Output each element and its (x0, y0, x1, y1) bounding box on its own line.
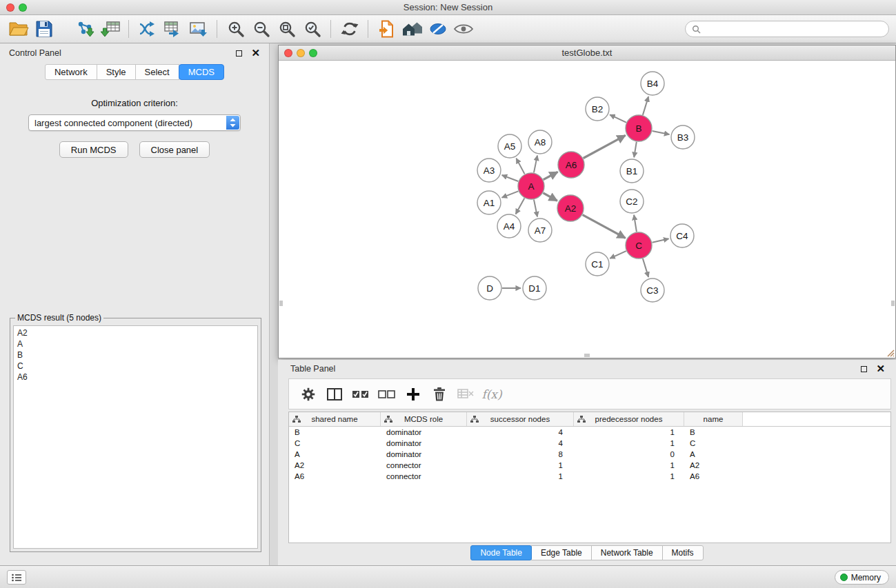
graph-edge[interactable] (653, 239, 669, 242)
network-minimize-button[interactable] (297, 49, 305, 57)
zoom-window-button[interactable] (19, 3, 27, 12)
table-row[interactable]: Adominator80A (289, 449, 890, 460)
column-header-shared-name[interactable]: shared name (289, 412, 381, 426)
network-graph[interactable]: B4B2BB3A5A8A6A3B1AC2A1A2A4A7C4CC1DD1C3 (279, 61, 894, 356)
export-table-button[interactable] (160, 17, 186, 41)
column-header-successor-nodes[interactable]: successor nodes (467, 412, 574, 426)
graph-node-A5[interactable]: A5 (498, 134, 521, 158)
graph-node-D1[interactable]: D1 (523, 276, 546, 300)
graph-node-A3[interactable]: A3 (477, 159, 501, 182)
graph-edge[interactable] (544, 172, 558, 179)
graph-node-A8[interactable]: A8 (528, 130, 552, 154)
graph-edge[interactable] (502, 175, 519, 181)
graph-edge[interactable] (610, 114, 626, 122)
network-canvas[interactable]: B4B2BB3A5A8A6A3B1AC2A1A2A4A7C4CC1DD1C3 (279, 61, 895, 358)
float-panel-icon[interactable] (236, 50, 242, 57)
graph-edge[interactable] (583, 215, 626, 239)
graph-node-A6[interactable]: A6 (558, 152, 584, 178)
column-header-mcds-role[interactable]: MCDS role (381, 412, 467, 426)
zoom-fit-button[interactable] (274, 17, 299, 41)
close-panel-button[interactable]: Close panel (139, 141, 210, 158)
right-scroll-mark[interactable] (891, 301, 895, 306)
export-network-button[interactable] (135, 17, 160, 41)
column-header-name[interactable]: name (684, 412, 743, 426)
graph-node-B4[interactable]: B4 (641, 72, 664, 95)
search-box[interactable] (685, 21, 889, 37)
refresh-view-button[interactable] (337, 17, 362, 41)
unselect-all-columns-button[interactable] (374, 381, 400, 407)
graph-node-A4[interactable]: A4 (497, 214, 521, 238)
graph-node-D[interactable]: D (478, 276, 501, 300)
network-window-titlebar[interactable]: testGlobe.txt (279, 45, 895, 61)
graph-node-A1[interactable]: A1 (477, 191, 501, 214)
graph-node-C4[interactable]: C4 (670, 224, 694, 247)
result-item[interactable]: A2 (17, 327, 254, 338)
graph-edge[interactable] (610, 251, 626, 258)
create-column-button[interactable] (400, 381, 426, 407)
show-columns-button[interactable] (321, 381, 348, 407)
zoom-in-button[interactable] (223, 17, 248, 41)
result-item[interactable]: C (17, 361, 254, 372)
table-settings-button[interactable] (295, 381, 321, 407)
bottom-scroll-mark[interactable] (584, 354, 590, 357)
delete-table-button[interactable] (452, 381, 479, 407)
tab-edge-table[interactable]: Edge Table (531, 545, 592, 560)
result-item[interactable]: B (17, 349, 254, 361)
mcds-result-list[interactable]: A2ABCA6 (13, 325, 258, 549)
graph-node-C1[interactable]: C1 (586, 252, 609, 276)
left-scroll-mark[interactable] (279, 301, 283, 306)
table-row[interactable]: Cdominator41C (289, 438, 890, 449)
graph-node-A[interactable]: A (518, 173, 544, 199)
zoom-out-button[interactable] (248, 17, 274, 41)
graph-node-C3[interactable]: C3 (641, 278, 664, 302)
graph-node-C[interactable]: C (626, 232, 652, 258)
tab-motifs[interactable]: Motifs (662, 545, 704, 560)
graph-edge[interactable] (653, 131, 670, 134)
zoom-selected-button[interactable] (299, 17, 325, 41)
graph-edge[interactable] (634, 215, 637, 232)
import-network-button[interactable] (72, 17, 97, 41)
table-row[interactable]: A6connector11A6 (289, 471, 890, 482)
function-builder-button[interactable]: f(x) (479, 381, 505, 407)
graphics-details-button[interactable] (425, 17, 450, 41)
graph-edge[interactable] (516, 199, 525, 214)
graph-node-A7[interactable]: A7 (528, 219, 552, 242)
import-table-button[interactable] (97, 17, 123, 41)
resize-grip-icon[interactable] (885, 347, 895, 357)
close-table-panel-icon[interactable]: ✕ (876, 365, 885, 372)
close-panel-icon[interactable]: ✕ (251, 50, 260, 57)
graph-edge[interactable] (634, 142, 637, 158)
tab-node-table[interactable]: Node Table (470, 545, 532, 560)
result-item[interactable]: A (17, 338, 254, 349)
tab-network[interactable]: Network (45, 64, 97, 80)
graph-node-B[interactable]: B (626, 115, 652, 141)
tab-select[interactable]: Select (135, 64, 179, 80)
column-header-predecessor-nodes[interactable]: predecessor nodes (574, 412, 684, 426)
graph-edge[interactable] (584, 135, 626, 158)
tab-style[interactable]: Style (97, 64, 136, 80)
network-close-button[interactable] (284, 49, 292, 57)
table-row[interactable]: Bdominator41B (289, 427, 890, 438)
table-row[interactable]: A2connector11A2 (289, 460, 890, 471)
graph-node-B1[interactable]: B1 (620, 159, 644, 183)
open-session-document-button[interactable] (374, 17, 399, 41)
select-all-columns-button[interactable] (348, 381, 374, 407)
network-zoom-button[interactable] (309, 49, 317, 57)
graph-edge[interactable] (516, 159, 524, 174)
tab-network-table[interactable]: Network Table (591, 545, 663, 560)
graph-node-B3[interactable]: B3 (671, 125, 695, 149)
memory-button[interactable]: Memory (835, 570, 889, 585)
export-image-button[interactable] (186, 17, 211, 41)
birds-eye-view-button[interactable] (450, 17, 476, 41)
save-session-button[interactable] (31, 17, 57, 41)
network-view-window[interactable]: testGlobe.txt B4B2BB3A5A8A6A3B1AC2A1A2A4… (278, 45, 896, 358)
result-item[interactable]: A6 (17, 372, 254, 383)
graph-node-A2[interactable]: A2 (557, 195, 584, 221)
open-session-button[interactable] (6, 17, 31, 41)
graph-node-B2[interactable]: B2 (586, 97, 609, 121)
task-history-button[interactable] (7, 570, 26, 585)
graph-edge[interactable] (643, 258, 648, 277)
close-window-button[interactable] (6, 3, 14, 12)
node-table[interactable]: shared name MCDS role successor nodes pr… (288, 412, 891, 543)
delete-column-button[interactable] (426, 381, 452, 407)
